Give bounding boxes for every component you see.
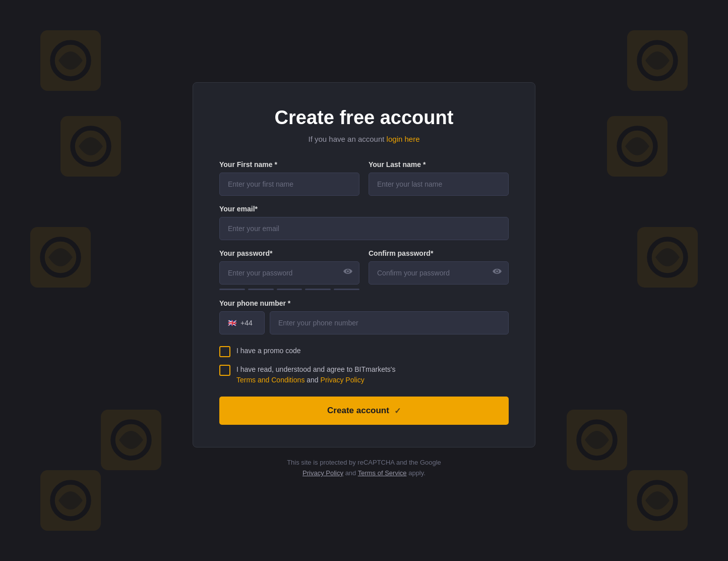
svg-point-5 (42, 239, 79, 275)
svg-point-3 (639, 42, 676, 79)
email-label: Your email* (219, 205, 509, 213)
password-row: Your password* Confirm password* (219, 249, 509, 290)
phone-group: Your phone number * 🇬🇧 +44 (219, 299, 509, 334)
strength-bar-3 (277, 289, 302, 290)
svg-point-1 (52, 42, 89, 79)
password-label: Your password* (219, 249, 359, 257)
phone-row: 🇬🇧 +44 (219, 311, 509, 334)
first-name-input[interactable] (219, 173, 359, 196)
promo-code-row: I have a promo code (219, 346, 509, 357)
terms-and: and (307, 376, 320, 384)
bg-logo-2 (627, 30, 688, 91)
svg-rect-10 (627, 470, 688, 531)
last-name-group: Your Last name * (369, 160, 509, 196)
confirm-password-label: Confirm password* (369, 249, 509, 257)
bg-logo-3 (30, 227, 91, 288)
password-group: Your password* (219, 249, 359, 290)
first-name-group: Your First name * (219, 160, 359, 196)
strength-bar-1 (219, 289, 245, 290)
svg-rect-8 (40, 470, 101, 531)
password-eye-icon[interactable] (343, 268, 352, 278)
email-group: Your email* (219, 205, 509, 240)
footer-apply: apply. (408, 469, 426, 477)
create-account-button[interactable]: Create account ✓ (219, 397, 509, 425)
bg-logo-7 (60, 116, 121, 177)
terms-row: I have read, understood and agree to BIT… (219, 364, 509, 385)
create-account-label: Create account (327, 406, 389, 416)
svg-rect-6 (637, 227, 698, 288)
email-input[interactable] (219, 217, 509, 240)
card-subtitle: If you have an account login here (219, 135, 509, 143)
svg-rect-4 (30, 227, 91, 288)
confirm-password-eye-icon[interactable] (493, 268, 502, 278)
strength-bar-4 (305, 289, 331, 290)
bg-logo-1 (40, 30, 101, 91)
bg-logo-9 (101, 410, 161, 470)
last-name-label: Your Last name * (369, 160, 509, 169)
promo-code-checkbox[interactable] (219, 346, 230, 357)
confirm-password-input[interactable] (369, 261, 509, 285)
email-row: Your email* (219, 205, 509, 240)
footer-tos-link[interactable]: Terms of Service (358, 469, 407, 477)
terms-label: I have read, understood and agree to BIT… (236, 364, 396, 385)
svg-rect-18 (567, 410, 627, 470)
page-title: Create free account (219, 107, 509, 129)
confirm-password-wrapper (369, 261, 509, 285)
country-flag: 🇬🇧 (228, 319, 236, 327)
svg-point-17 (113, 422, 149, 458)
promo-code-label: I have a promo code (236, 346, 301, 356)
password-input[interactable] (219, 261, 359, 285)
svg-point-19 (579, 422, 615, 458)
footer-and: and (345, 469, 356, 477)
svg-rect-16 (101, 410, 161, 470)
footer-privacy-link[interactable]: Privacy Policy (302, 469, 343, 477)
registration-card: Create free account If you have an accou… (193, 82, 535, 447)
create-account-icon: ✓ (394, 406, 401, 416)
bg-logo-8 (607, 116, 668, 177)
svg-point-13 (73, 128, 109, 164)
svg-point-9 (52, 482, 89, 519)
phone-input[interactable] (270, 311, 509, 334)
first-name-label: Your First name * (219, 160, 359, 169)
login-link[interactable]: login here (387, 135, 420, 143)
bg-logo-4 (637, 227, 698, 288)
name-row: Your First name * Your Last name * (219, 160, 509, 196)
strength-bar-5 (334, 289, 359, 290)
country-code: +44 (240, 319, 253, 327)
last-name-input[interactable] (369, 173, 509, 196)
terms-checkbox[interactable] (219, 365, 230, 376)
privacy-link[interactable]: Privacy Policy (321, 376, 365, 384)
svg-point-11 (639, 482, 676, 519)
phone-country-selector[interactable]: 🇬🇧 +44 (219, 311, 265, 334)
subtitle-text: If you have an account (309, 135, 387, 143)
terms-link[interactable]: Terms and Conditions (236, 376, 305, 384)
footer: This site is protected by reCAPTCHA and … (287, 458, 441, 479)
bg-logo-5 (40, 470, 101, 531)
svg-rect-2 (627, 30, 688, 91)
phone-label: Your phone number * (219, 299, 509, 307)
svg-rect-0 (40, 30, 101, 91)
strength-bar-2 (248, 289, 274, 290)
svg-rect-14 (607, 116, 668, 177)
terms-prefix: I have read, understood and agree to BIT… (236, 365, 396, 373)
confirm-password-group: Confirm password* (369, 249, 509, 290)
svg-rect-12 (60, 116, 121, 177)
svg-point-15 (619, 128, 655, 164)
bg-logo-6 (627, 470, 688, 531)
password-strength-bars (219, 289, 359, 290)
footer-text: This site is protected by reCAPTCHA and … (287, 459, 441, 466)
bg-logo-10 (567, 410, 627, 470)
svg-point-7 (649, 239, 686, 275)
password-wrapper (219, 261, 359, 285)
